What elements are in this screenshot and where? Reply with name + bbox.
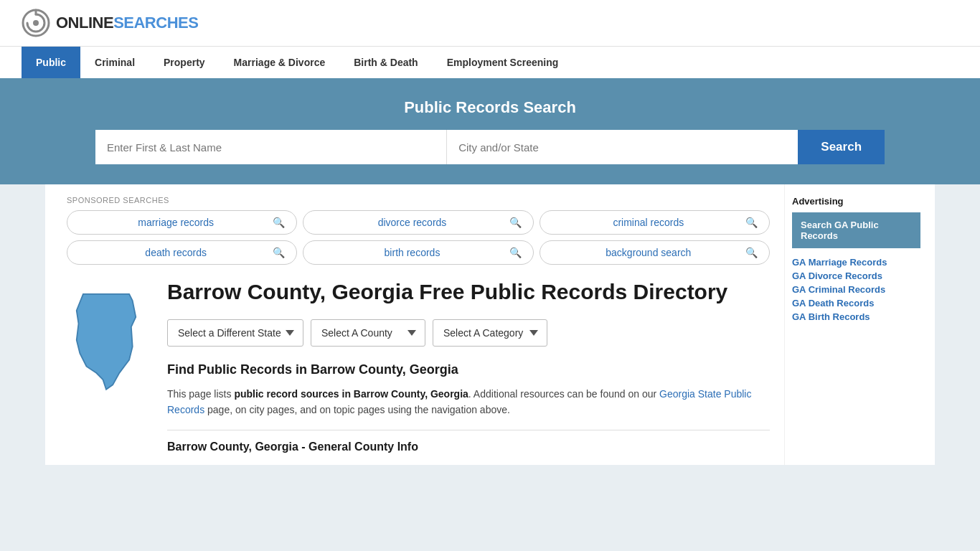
main-container: SPONSORED SEARCHES marriage records 🔍 di… [45, 184, 935, 465]
selects-row: Select a Different State Select A County… [167, 319, 770, 347]
search-tag-icon: 🔍 [745, 217, 758, 228]
nav-employment[interactable]: Employment Screening [433, 47, 573, 78]
search-tag-icon: 🔍 [509, 247, 522, 258]
state-map [67, 279, 153, 453]
svg-point-1 [33, 20, 39, 26]
tag-criminal[interactable]: criminal records 🔍 [540, 210, 770, 235]
name-input[interactable] [95, 130, 447, 164]
content-area: SPONSORED SEARCHES marriage records 🔍 di… [52, 184, 784, 465]
description: This page lists public record sources in… [167, 386, 770, 418]
nav-marriage-divorce[interactable]: Marriage & Divorce [220, 47, 340, 78]
search-banner-title: Public Records Search [22, 98, 958, 117]
search-button[interactable]: Search [798, 130, 885, 164]
county-content: Barrow County, Georgia Free Public Recor… [67, 279, 770, 453]
sidebar-link-criminal[interactable]: GA Criminal Records [792, 284, 920, 295]
sidebar-link-death[interactable]: GA Death Records [792, 298, 920, 309]
tag-death[interactable]: death records 🔍 [67, 240, 297, 265]
logo-icon [22, 9, 50, 37]
section-subtitle: Barrow County, Georgia - General County … [167, 430, 770, 453]
sidebar-link-divorce[interactable]: GA Divorce Records [792, 270, 920, 281]
search-tag-icon: 🔍 [273, 217, 285, 228]
nav-criminal[interactable]: Criminal [80, 47, 149, 78]
county-info: Barrow County, Georgia Free Public Recor… [167, 279, 770, 453]
find-records-title: Find Public Records in Barrow County, Ge… [167, 362, 770, 377]
nav-public[interactable]: Public [22, 47, 80, 78]
search-tag-icon: 🔍 [273, 247, 285, 258]
location-input[interactable] [447, 130, 798, 164]
category-select[interactable]: Select A Category [433, 319, 547, 347]
nav-property[interactable]: Property [149, 47, 220, 78]
tag-divorce[interactable]: divorce records 🔍 [303, 210, 533, 235]
logo-text: ONLINESEARCHES [56, 14, 198, 32]
sidebar-ad-label: Advertising [792, 196, 920, 207]
sidebar: Advertising Search GA Public Records GA … [784, 184, 928, 465]
sponsored-label: SPONSORED SEARCHES [67, 196, 770, 204]
search-tag-icon: 🔍 [509, 217, 522, 228]
search-banner: Public Records Search Search [0, 78, 980, 184]
search-form: Search [95, 130, 885, 164]
county-title: Barrow County, Georgia Free Public Recor… [167, 279, 770, 305]
sidebar-link-birth[interactable]: GA Birth Records [792, 311, 920, 322]
main-nav: Public Criminal Property Marriage & Divo… [0, 46, 980, 78]
nav-birth-death[interactable]: Birth & Death [339, 47, 432, 78]
sidebar-link-marriage[interactable]: GA Marriage Records [792, 257, 920, 268]
tag-background[interactable]: background search 🔍 [540, 240, 770, 265]
tag-marriage[interactable]: marriage records 🔍 [67, 210, 297, 235]
county-select[interactable]: Select A County [311, 319, 425, 347]
sidebar-links: GA Marriage Records GA Divorce Records G… [792, 257, 920, 322]
search-tags: marriage records 🔍 divorce records 🔍 cri… [67, 210, 770, 265]
sidebar-ad-banner[interactable]: Search GA Public Records [792, 212, 920, 248]
georgia-map-svg [67, 286, 146, 394]
search-tag-icon: 🔍 [745, 247, 758, 258]
state-select[interactable]: Select a Different State [167, 319, 303, 347]
site-logo[interactable]: ONLINESEARCHES [22, 9, 198, 37]
tag-birth[interactable]: birth records 🔍 [303, 240, 533, 265]
